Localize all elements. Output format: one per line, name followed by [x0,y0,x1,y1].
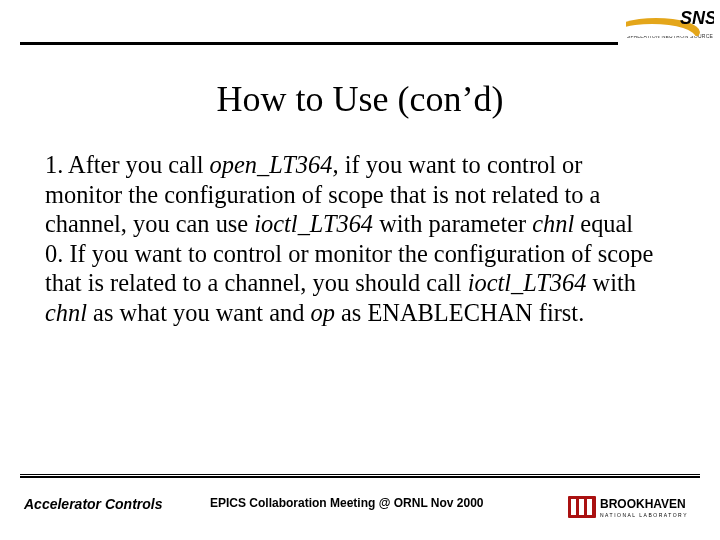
text-run: with [586,269,635,296]
svg-rect-6 [579,499,584,515]
footer-center-text: EPICS Collaboration Meeting @ ORNL Nov 2… [210,496,484,510]
svg-text:BROOKHAVEN: BROOKHAVEN [600,497,686,511]
brookhaven-logo: BROOKHAVEN NATIONAL LABORATORY [568,492,708,524]
text-run: as ENABLECHAN first. [335,299,584,326]
footer-rule [20,474,700,478]
text-run: as what you want and [87,299,311,326]
svg-rect-5 [571,499,576,515]
text-run: with parameter [373,210,532,237]
var-ref: op [311,299,335,326]
svg-rect-7 [587,499,592,515]
slide-title: How to Use (con’d) [0,78,720,120]
sns-logo: SNS SPALLATION NEUTRON SOURCE [626,2,714,39]
svg-text:NATIONAL LABORATORY: NATIONAL LABORATORY [600,512,688,518]
sns-swoosh-icon: SNS [626,2,714,36]
footer-left-text: Accelerator Controls [24,496,162,512]
svg-text:SNS: SNS [680,8,714,28]
var-ref: chnl [532,210,574,237]
top-rule [20,42,618,45]
code-ref: ioctl_LT364 [468,269,587,296]
var-ref: chnl [45,299,87,326]
text-run: 1. After you call [45,151,210,178]
code-ref: ioctl_LT364 [254,210,373,237]
body-paragraph: 1. After you call open_LT364, if you wan… [45,150,657,327]
code-ref: open_LT364, [210,151,339,178]
